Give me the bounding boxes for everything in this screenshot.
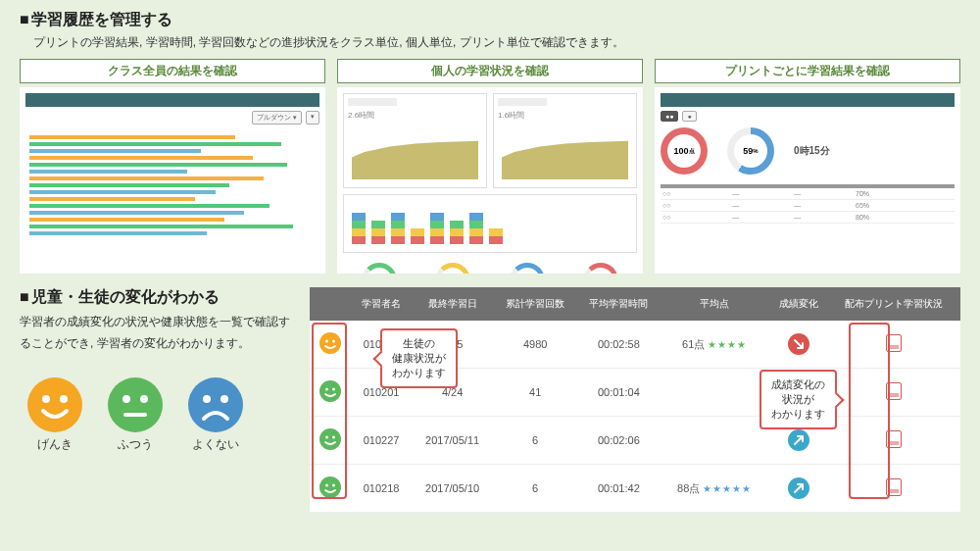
svg-point-11	[325, 340, 328, 343]
cell-trend	[769, 465, 828, 513]
th-trend: 成績変化	[769, 287, 828, 321]
cell-name: 010218	[352, 465, 412, 513]
cell-date: 2017/05/10	[412, 465, 494, 513]
distribution-icon[interactable]	[886, 382, 902, 400]
cell-time: 00:02:58	[577, 321, 661, 369]
svg-point-10	[319, 332, 341, 354]
gauge-1: 92	[362, 263, 397, 274]
cell-date: 2017/05/11	[412, 417, 494, 465]
svg-point-5	[140, 395, 148, 403]
section2-desc: 学習者の成績変化の状況や健康状態を一覧で確認することができ, 学習者の変化がわか…	[20, 312, 294, 354]
th-date: 最終学習日	[412, 287, 494, 321]
section2-title: 児童・生徒の変化がわかる	[20, 287, 294, 308]
panel-thumb-1: プルダウン ▾▾	[20, 87, 325, 274]
table-row[interactable]: 0102182017/05/10600:01:4288点 ★★★★★	[310, 465, 960, 513]
panel-print-results: プリントごとに学習結果を確認 ●● ● 100点 59%	[655, 59, 960, 274]
distribution-icon[interactable]	[886, 478, 902, 496]
svg-point-19	[319, 476, 341, 498]
svg-point-2	[60, 395, 68, 403]
svg-point-7	[188, 377, 243, 432]
th-dist: 配布プリント学習状況	[828, 287, 960, 321]
panel-class-results: クラス全員の結果を確認 プルダウン ▾▾	[20, 59, 325, 274]
cell-count: 6	[494, 465, 577, 513]
svg-point-21	[332, 484, 335, 487]
mood-face-icon	[319, 332, 341, 354]
mood-face-icon	[319, 380, 341, 402]
cell-distribution[interactable]	[828, 369, 960, 417]
distribution-icon[interactable]	[886, 430, 902, 448]
cell-time: 00:01:04	[577, 369, 661, 417]
callout-change: 成績変化の 状況が わかります	[760, 370, 837, 429]
cell-time: 00:01:42	[577, 465, 661, 513]
score-main: 100	[673, 146, 688, 156]
svg-point-13	[319, 380, 341, 402]
th-face	[310, 287, 352, 321]
trend-up-icon	[788, 429, 809, 451]
mood-face-icon	[319, 428, 341, 450]
th-score: 平均点	[661, 287, 769, 321]
trend-up-icon	[788, 477, 809, 499]
mood-legend: げんき ふつう よくない	[20, 377, 294, 453]
cell-count: 41	[494, 369, 577, 417]
panel-individual: 個人の学習状況を確認 2.6時間 1.6時間	[337, 59, 643, 274]
svg-point-12	[332, 340, 335, 343]
panel-caption-3: プリントごとに学習結果を確認	[655, 59, 960, 83]
cell-count: 4980	[494, 321, 577, 369]
th-time: 平均学習時間	[577, 287, 661, 321]
section1-title: 学習履歴を管理する	[20, 10, 960, 30]
panel-caption-2: 個人の学習状況を確認	[337, 59, 643, 83]
happy-face-icon	[27, 377, 82, 432]
section2: 児童・生徒の変化がわかる 学習者の成績変化の状況や健康状態を一覧で確認することが…	[20, 287, 960, 513]
gauge-3: 85	[510, 263, 545, 274]
distribution-icon[interactable]	[886, 334, 902, 352]
svg-point-4	[122, 395, 130, 403]
svg-point-8	[203, 395, 211, 403]
svg-point-3	[108, 377, 163, 432]
svg-point-14	[325, 388, 328, 391]
cell-distribution[interactable]	[828, 417, 960, 465]
svg-point-15	[332, 388, 335, 391]
svg-point-18	[332, 436, 335, 439]
panel-thumb-2: 2.6時間 1.6時間	[337, 87, 643, 274]
cell-count: 6	[494, 417, 577, 465]
table-row[interactable]: 0102272017/05/11600:02:06	[310, 417, 960, 465]
trend-down-icon	[788, 333, 809, 355]
cell-time: 00:02:06	[577, 417, 661, 465]
legend-yokunai: よくない	[180, 377, 251, 453]
svg-point-9	[220, 395, 228, 403]
callout-health: 生徒の 健康状況が わかります	[380, 328, 458, 388]
gauge-4: 75	[583, 263, 618, 274]
section1-desc: プリントの学習結果, 学習時間, 学習回数などの進捗状況をクラス単位, 個人単位…	[33, 34, 960, 51]
learner-table: 学習者名 最終学習日 累計学習回数 平均学習時間 平均点 成績変化 配布プリント…	[310, 287, 960, 513]
score-sub: 59	[743, 146, 753, 156]
cell-trend	[769, 321, 828, 369]
cell-score: 88点 ★★★★★	[661, 465, 769, 513]
panel-thumb-3: ●● ● 100点 59% 0時15分	[655, 87, 960, 274]
cell-distribution[interactable]	[828, 321, 960, 369]
cell-name: 010227	[352, 417, 412, 465]
svg-point-1	[42, 395, 50, 403]
legend-futsuu: ふつう	[100, 377, 171, 453]
cell-score	[661, 369, 769, 417]
neutral-face-icon	[108, 377, 163, 432]
panels-row: クラス全員の結果を確認 プルダウン ▾▾	[20, 59, 960, 274]
sad-face-icon	[188, 377, 243, 432]
svg-point-16	[319, 428, 341, 450]
gauge-2: 90	[435, 263, 470, 274]
th-name: 学習者名	[352, 287, 412, 321]
mood-face-icon	[319, 476, 341, 498]
time-display: 0時15分	[794, 144, 830, 158]
legend-genki: げんき	[20, 377, 90, 453]
svg-point-17	[325, 436, 328, 439]
cell-score	[661, 417, 769, 465]
th-count: 累計学習回数	[494, 287, 577, 321]
table-header-row: 学習者名 最終学習日 累計学習回数 平均学習時間 平均点 成績変化 配布プリント…	[310, 287, 960, 321]
cell-distribution[interactable]	[828, 465, 960, 513]
cell-score: 61点 ★★★★	[661, 321, 769, 369]
svg-point-20	[325, 484, 328, 487]
panel-caption-1: クラス全員の結果を確認	[20, 59, 325, 83]
svg-point-0	[27, 377, 82, 432]
